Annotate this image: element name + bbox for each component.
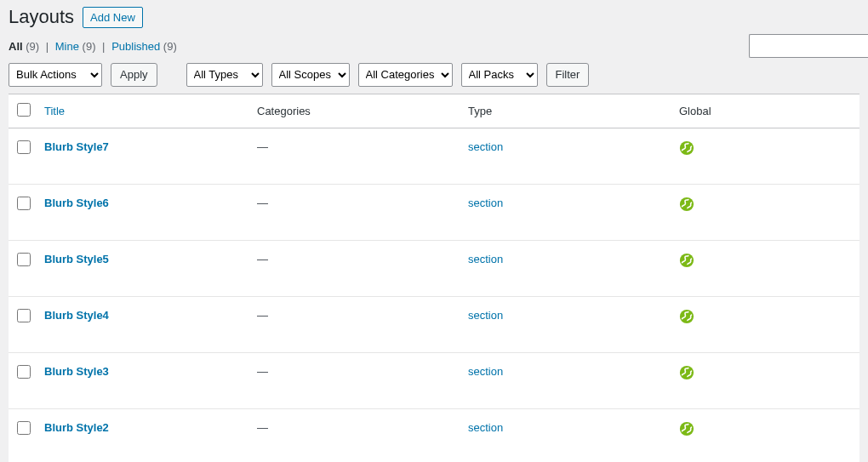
view-all[interactable]: All (9) | [9,40,55,53]
table-row: Blurb Style3—section [9,352,859,408]
row-type-cell: section [461,296,672,352]
row-type-cell: section [461,240,672,296]
view-mine[interactable]: Mine (9) | [55,40,111,53]
header-title-link[interactable]: Title [44,105,65,117]
view-all-count: (9) [26,40,39,53]
view-published-link[interactable]: Published [111,40,160,53]
table-row: Blurb Style6—section [9,184,859,240]
globe-icon [679,253,694,268]
row-title-link[interactable]: Blurb Style5 [44,253,109,265]
all-scopes-select[interactable]: All Scopes [271,63,350,87]
row-categories-value: — [257,421,268,434]
row-title-link[interactable]: Blurb Style3 [44,365,109,378]
apply-button[interactable]: Apply [111,63,157,87]
table-row: Blurb Style7—section [9,128,859,184]
select-all-checkbox[interactable] [17,103,31,117]
all-categories-select[interactable]: All Categories [358,63,453,87]
view-mine-link[interactable]: Mine [55,40,79,53]
row-categories-value: — [257,309,268,322]
globe-icon [679,309,694,324]
globe-icon [679,197,694,212]
table-row: Blurb Style5—section [9,240,859,296]
row-title-link[interactable]: Blurb Style4 [44,309,109,322]
header-type: Type [461,94,672,128]
row-categories-value: — [257,253,268,265]
all-packs-select[interactable]: All Packs [461,63,538,87]
row-global-cell [672,296,859,352]
row-categories-cell: — [250,128,461,184]
row-title-link[interactable]: Blurb Style7 [44,140,109,153]
header-title[interactable]: Title [37,94,250,128]
row-title-link[interactable]: Blurb Style6 [44,197,109,209]
view-filters: All (9) | Mine (9) | Published (9) [9,40,859,53]
all-types-select[interactable]: All Types [186,63,263,87]
globe-icon [679,365,694,380]
header-checkbox-cell [9,94,37,128]
row-checkbox-cell [9,352,37,408]
row-categories-value: — [257,365,268,378]
row-title-cell: Blurb Style5 [37,240,250,296]
search-input[interactable] [749,34,868,58]
row-checkbox[interactable] [17,309,31,322]
row-type-link[interactable]: section [468,365,503,378]
view-published[interactable]: Published (9) [111,40,177,53]
row-type-cell: section [461,408,672,462]
table-row: Blurb Style4—section [9,296,859,352]
page-header: Layouts Add New [9,5,859,30]
layouts-table: Title Categories Type Global Blurb Style… [9,94,859,462]
header-categories: Categories [250,94,461,128]
row-categories-cell: — [250,352,461,408]
row-checkbox[interactable] [17,253,31,266]
row-checkbox[interactable] [17,421,31,435]
row-categories-value: — [257,197,268,209]
row-type-cell: section [461,184,672,240]
globe-icon [679,140,694,156]
row-global-cell [672,408,859,462]
row-type-link[interactable]: section [468,309,503,322]
row-type-cell: section [461,352,672,408]
view-published-count: (9) [163,40,177,53]
bulk-actions-select[interactable]: Bulk Actions [9,63,102,87]
row-title-cell: Blurb Style7 [37,128,250,184]
row-checkbox[interactable] [17,197,31,210]
row-title-cell: Blurb Style6 [37,184,250,240]
row-checkbox-cell [9,408,37,462]
row-checkbox-cell [9,296,37,352]
row-global-cell [672,184,859,240]
row-categories-value: — [257,140,268,153]
view-mine-count: (9) [83,40,96,53]
row-title-link[interactable]: Blurb Style2 [44,421,109,434]
row-title-cell: Blurb Style3 [37,352,250,408]
row-type-link[interactable]: section [468,140,503,153]
row-type-link[interactable]: section [468,197,503,209]
row-type-link[interactable]: section [468,253,503,265]
row-checkbox[interactable] [17,365,31,379]
globe-icon [679,421,694,436]
row-type-link[interactable]: section [468,421,503,434]
row-type-cell: section [461,128,672,184]
add-new-button[interactable]: Add New [83,7,143,28]
row-categories-cell: — [250,408,461,462]
filter-button[interactable]: Filter [546,63,590,87]
row-categories-cell: — [250,184,461,240]
row-checkbox[interactable] [17,140,31,154]
row-categories-cell: — [250,240,461,296]
table-row: Blurb Style2—section [9,408,859,462]
row-global-cell [672,128,859,184]
row-checkbox-cell [9,128,37,184]
row-categories-cell: — [250,296,461,352]
row-checkbox-cell [9,240,37,296]
row-global-cell [672,352,859,408]
row-title-cell: Blurb Style2 [37,408,250,462]
tablenav-top: Bulk Actions Apply All Types All Scopes … [9,58,859,94]
view-all-link[interactable]: All [9,40,23,53]
header-global: Global [672,94,859,128]
row-global-cell [672,240,859,296]
search-box [749,34,868,58]
row-checkbox-cell [9,184,37,240]
admin-page: Layouts Add New All (9) | Mine (9) | Pub… [0,0,868,462]
row-title-cell: Blurb Style4 [37,296,250,352]
page-title: Layouts [9,5,74,30]
